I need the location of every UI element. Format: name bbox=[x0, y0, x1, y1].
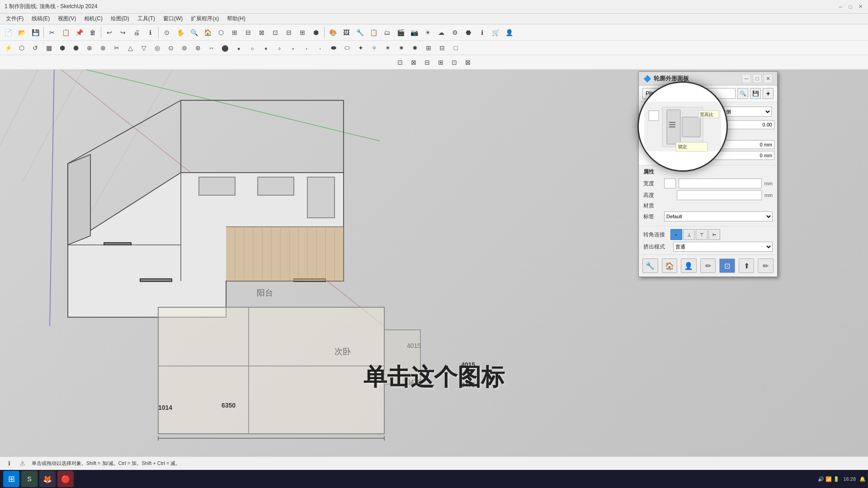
pb-tool-25[interactable]: ⬬ bbox=[327, 42, 340, 54]
tool-bottom[interactable]: ⊞ bbox=[296, 26, 309, 39]
app-taskbar-btn[interactable]: 🔴 bbox=[57, 471, 74, 487]
corner-btn-1[interactable]: ⌐ bbox=[670, 229, 682, 240]
pb-tool-22[interactable]: ⬩ bbox=[287, 42, 299, 54]
width-input[interactable] bbox=[679, 178, 762, 188]
tool-paste[interactable]: 📌 bbox=[73, 26, 85, 39]
pb-tool-10[interactable]: △ bbox=[124, 42, 137, 54]
tool-ext2[interactable]: ℹ bbox=[476, 26, 488, 39]
close-btn[interactable]: ✕ bbox=[857, 4, 863, 10]
minimize-panel-btn[interactable]: ─ bbox=[742, 74, 751, 83]
extrude-dropdown[interactable]: 普通 路径 bbox=[673, 242, 773, 252]
pb-tool-1[interactable]: ⚡ bbox=[2, 42, 14, 54]
pb-tool-9[interactable]: ✂ bbox=[110, 42, 123, 54]
format-btn-1[interactable]: ⊡ bbox=[394, 56, 406, 69]
pb-tool-17[interactable]: ⬤ bbox=[219, 42, 231, 54]
tool-orbit[interactable]: ⊙ bbox=[160, 26, 173, 39]
pb-tool-34[interactable]: □ bbox=[449, 42, 462, 54]
tool-pan[interactable]: ✋ bbox=[174, 26, 187, 39]
width-color-swatch[interactable] bbox=[664, 178, 676, 188]
format-btn-2[interactable]: ⊠ bbox=[407, 56, 420, 69]
tool-cut[interactable]: ✂ bbox=[46, 26, 58, 39]
pb-tool-15[interactable]: ⊛ bbox=[192, 42, 204, 54]
tool-new[interactable]: 📄 bbox=[2, 26, 14, 39]
pb-tool-21[interactable]: ⬨ bbox=[273, 42, 286, 54]
pb-tool-7[interactable]: ⊕ bbox=[83, 42, 96, 54]
tool-undo[interactable]: ↩ bbox=[103, 26, 116, 39]
pb-tool-32[interactable]: ⊞ bbox=[422, 42, 435, 54]
tool-fog[interactable]: ☁ bbox=[435, 26, 448, 39]
pb-tool-12[interactable]: ◎ bbox=[151, 42, 164, 54]
pb-tool-20[interactable]: ⬧ bbox=[259, 42, 272, 54]
action-edit[interactable]: ✏ bbox=[700, 258, 716, 273]
tool-scenes[interactable]: 🎬 bbox=[394, 26, 407, 39]
pb-tool-33[interactable]: ⊟ bbox=[436, 42, 448, 54]
menu-draw[interactable]: 绘图(D) bbox=[107, 14, 133, 23]
status-info-icon[interactable]: ℹ bbox=[5, 459, 14, 468]
window-controls[interactable]: ─ □ ✕ bbox=[837, 4, 863, 10]
tool-iso[interactable]: ⬢ bbox=[310, 26, 322, 39]
corner-btn-3[interactable]: ⊤ bbox=[696, 229, 708, 240]
minimize-btn[interactable]: ─ bbox=[837, 4, 844, 10]
action-pencil[interactable]: ✏ bbox=[758, 258, 774, 273]
tool-3d[interactable]: ⬡ bbox=[215, 26, 227, 39]
tool-left[interactable]: ⊠ bbox=[255, 26, 268, 39]
tool-open[interactable]: 📂 bbox=[15, 26, 28, 39]
pb-tool-11[interactable]: ▽ bbox=[137, 42, 150, 54]
pb-tool-16[interactable]: ↔ bbox=[205, 42, 218, 54]
tool-account[interactable]: 👤 bbox=[503, 26, 515, 39]
notification-btn[interactable]: 🔔 bbox=[859, 476, 866, 482]
status-warn-icon[interactable]: ⚠ bbox=[18, 459, 27, 468]
tool-styles[interactable]: 🎨 bbox=[326, 26, 339, 39]
tool-redo[interactable]: ↪ bbox=[117, 26, 129, 39]
pb-tool-19[interactable]: ⬦ bbox=[246, 42, 259, 54]
tool-settings[interactable]: ⚙ bbox=[448, 26, 461, 39]
format-btn-4[interactable]: ⊞ bbox=[434, 56, 447, 69]
tool-print[interactable]: 🖨 bbox=[130, 26, 143, 39]
format-btn-6[interactable]: ⊠ bbox=[462, 56, 474, 69]
tool-house[interactable]: 🏠 bbox=[201, 26, 214, 39]
pb-tool-28[interactable]: ✧ bbox=[368, 42, 381, 54]
browser-taskbar-btn[interactable]: 🦊 bbox=[39, 471, 56, 487]
tool-ext1[interactable]: ⬣ bbox=[462, 26, 475, 39]
pb-tool-29[interactable]: ✶ bbox=[382, 42, 394, 54]
maximize-panel-btn[interactable]: □ bbox=[753, 74, 762, 83]
pb-tool-27[interactable]: ✦ bbox=[354, 42, 367, 54]
action-paint[interactable]: 🔧 bbox=[642, 258, 658, 273]
corner-btn-4[interactable]: ⊢ bbox=[708, 229, 720, 240]
menu-tools[interactable]: 工具(T) bbox=[134, 14, 159, 23]
menu-edit[interactable]: 线稿(E) bbox=[28, 14, 53, 23]
menu-extensions[interactable]: 扩展程序(x) bbox=[187, 14, 222, 23]
tool-save[interactable]: 💾 bbox=[29, 26, 42, 39]
pb-tool-4[interactable]: ▦ bbox=[42, 42, 55, 54]
menu-camera[interactable]: 相机(C) bbox=[80, 14, 106, 23]
pb-tool-23[interactable]: ⬪ bbox=[300, 42, 313, 54]
tool-materials[interactable]: 🖼 bbox=[340, 26, 353, 39]
tool-top[interactable]: ⊟ bbox=[283, 26, 295, 39]
tool-match[interactable]: 📷 bbox=[408, 26, 420, 39]
pb-tool-24[interactable]: ⬫ bbox=[314, 42, 326, 54]
tool-right[interactable]: ⊡ bbox=[269, 26, 282, 39]
format-btn-3[interactable]: ⊟ bbox=[421, 56, 434, 69]
tool-components[interactable]: 🔧 bbox=[354, 26, 366, 39]
menu-window[interactable]: 窗口(W) bbox=[160, 14, 186, 23]
tool-back[interactable]: ⊟ bbox=[242, 26, 255, 39]
menu-view[interactable]: 视图(V) bbox=[54, 14, 80, 23]
pb-tool-8[interactable]: ⊗ bbox=[97, 42, 109, 54]
start-button[interactable]: ⊞ bbox=[3, 471, 19, 487]
pb-tool-5[interactable]: ⬢ bbox=[56, 42, 69, 54]
close-panel-btn[interactable]: ✕ bbox=[764, 74, 773, 83]
action-home[interactable]: 🏠 bbox=[662, 258, 678, 273]
menu-file[interactable]: 文件(F) bbox=[2, 14, 27, 23]
tool-outliner[interactable]: 📋 bbox=[367, 26, 380, 39]
pb-tool-18[interactable]: ⬥ bbox=[232, 42, 245, 54]
tool-front[interactable]: ⊞ bbox=[228, 26, 241, 39]
tool-info[interactable]: ℹ bbox=[144, 26, 156, 39]
pb-tool-31[interactable]: ✸ bbox=[409, 42, 421, 54]
pb-tool-13[interactable]: ⊙ bbox=[165, 42, 177, 54]
search-button[interactable]: 🔍 bbox=[737, 88, 748, 99]
tool-zoom-win[interactable]: 🔍 bbox=[188, 26, 200, 39]
action-select[interactable]: ⊡ bbox=[719, 258, 735, 273]
tool-layers[interactable]: 🗂 bbox=[381, 26, 393, 39]
maximize-btn[interactable]: □ bbox=[847, 4, 854, 10]
tool-copy[interactable]: 📋 bbox=[59, 26, 72, 39]
